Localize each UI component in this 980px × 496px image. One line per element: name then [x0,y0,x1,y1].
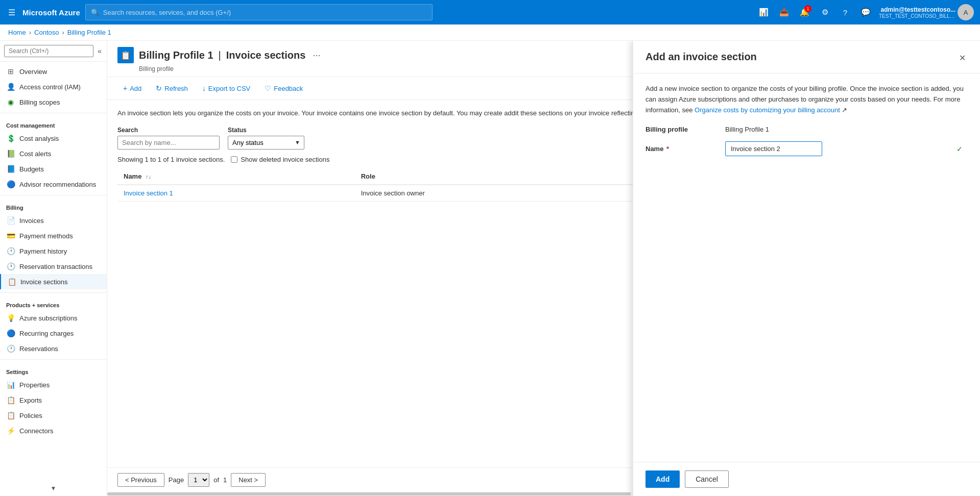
name-input[interactable] [725,141,822,156]
sidebar-item-budgets[interactable]: 📘 Budgets [0,161,107,177]
side-panel-close-button[interactable]: ✕ [957,51,968,65]
invoice-section-link[interactable]: Invoice section 1 [124,189,173,197]
billing-profile-label: Billing profile [646,126,717,133]
main-container: « ⊞ Overview 👤 Access control (IAM) ◉ Bi… [0,41,980,496]
sidebar-item-label-connectors: Connectors [19,427,53,435]
search-filter-input[interactable] [117,136,220,150]
panel-cancel-button[interactable]: Cancel [685,470,729,488]
sidebar-item-billing-scopes[interactable]: ◉ Billing scopes [0,94,107,110]
payment-methods-icon: 💳 [6,232,15,240]
previous-button[interactable]: < Previous [117,473,164,487]
user-subscription: TEST_TEST_CONTOSO_BILLING (T... [879,13,955,19]
side-panel-footer: Add Cancel [633,462,980,496]
sidebar-item-properties[interactable]: 📊 Properties [0,377,107,392]
payment-history-icon: 🕐 [6,247,15,255]
sidebar-item-azure-subscriptions[interactable]: 💡 Azure subscriptions [0,310,107,326]
check-icon: ✓ [957,145,963,153]
sidebar-item-overview[interactable]: ⊞ Overview [0,64,107,79]
sidebar-item-label-reservations: Reservations [19,345,58,353]
col-role: Role [355,168,648,185]
search-filter-group: Search [117,127,220,150]
help-icon[interactable]: ? [836,3,854,21]
sidebar-collapse-btn[interactable]: « [97,46,103,56]
status-select[interactable]: Any status Active Deleted [228,136,304,150]
refresh-icon: ↻ [156,84,162,92]
sidebar-item-recurring-charges[interactable]: 🔵 Recurring charges [0,326,107,341]
sidebar-item-access-control[interactable]: 👤 Access control (IAM) [0,79,107,94]
budgets-icon: 📘 [6,165,15,173]
panel-add-button[interactable]: Add [646,470,680,488]
sidebar-item-payment-methods[interactable]: 💳 Payment methods [0,228,107,243]
invoices-icon: 📄 [6,216,15,225]
sidebar-section-billing: Billing [0,199,107,213]
showing-count: Showing 1 to 1 of 1 invoice sections. [117,156,225,163]
side-panel-header: Add an invoice section ✕ [633,41,980,73]
status-filter-group: Status Any status Active Deleted ▼ [228,127,304,150]
show-deleted-checkbox[interactable] [231,156,237,163]
portal-settings-icon[interactable]: 📊 [754,3,773,21]
sidebar-item-label-billing-scopes: Billing scopes [19,98,60,106]
sidebar-item-label-reservation-transactions: Reservation transactions [19,263,92,270]
sidebar-section-settings: Settings [0,363,107,377]
breadcrumb-billing-profile[interactable]: Billing Profile 1 [67,29,111,36]
sidebar-divider-1 [0,113,107,113]
col-name[interactable]: Name ↑↓ [117,168,355,185]
sidebar-item-exports[interactable]: 📋 Exports [0,392,107,408]
settings-icon[interactable]: ⚙ [816,3,834,21]
sidebar-item-reservations[interactable]: 🕐 Reservations [0,341,107,356]
organize-costs-link[interactable]: Organize costs by cutomizing your billin… [695,106,840,114]
sidebar-item-cost-alerts[interactable]: 📗 Cost alerts [0,146,107,161]
page-select[interactable]: 1 [188,473,209,487]
page-icon: 📋 [117,47,134,63]
breadcrumb-contoso[interactable]: Contoso [34,29,59,36]
scrollbar-thumb[interactable] [107,492,631,495]
side-panel-description: Add a new invoice section to organize th… [646,84,968,115]
hamburger-icon[interactable]: ☰ [6,6,17,19]
sidebar-item-label-invoices: Invoices [19,217,44,225]
billing-scopes-icon: ◉ [6,98,15,106]
search-input[interactable] [103,9,427,16]
page-title-divider: | [219,49,221,61]
sidebar-item-label-recurring-charges: Recurring charges [19,330,74,337]
search-icon: 🔍 [91,9,99,16]
sidebar-item-invoice-sections[interactable]: 📋 Invoice sections [0,274,107,289]
next-button[interactable]: Next > [231,473,266,487]
breadcrumb: Home › Contoso › Billing Profile 1 [0,24,980,41]
sort-icon-name: ↑↓ [146,173,151,180]
feedback-icon[interactable]: 💬 [856,3,875,21]
total-pages: 1 [223,476,227,484]
name-row: Name * ✓ [646,141,968,156]
sidebar-nav: ⊞ Overview 👤 Access control (IAM) ◉ Bill… [0,62,107,481]
page-title: Billing Profile 1 [139,49,213,61]
cost-analysis-icon: 💲 [6,134,15,142]
export-icon: ↓ [202,84,206,92]
sidebar-item-label-payment-methods: Payment methods [19,232,73,240]
sidebar-item-label-payment-history: Payment history [19,247,67,255]
add-button[interactable]: + Add [117,81,147,95]
notifications-icon[interactable]: 🔔 1 [795,3,814,21]
sidebar-item-invoices[interactable]: 📄 Invoices [0,213,107,228]
show-deleted-label[interactable]: Show deleted invoice sections [231,156,329,163]
breadcrumb-home[interactable]: Home [8,29,26,36]
export-csv-button[interactable]: ↓ Export to CSV [197,81,256,95]
feedback-button[interactable]: ♡ Feedback [259,81,308,95]
page-more-button[interactable]: ··· [313,50,320,61]
sidebar-item-policies[interactable]: 📋 Policies [0,408,107,423]
sidebar-item-connectors[interactable]: ⚡ Connectors [0,423,107,438]
required-indicator: * [666,145,669,153]
sidebar-item-cost-analysis[interactable]: 💲 Cost analysis [0,131,107,146]
page-label: Page [169,476,184,484]
user-profile[interactable]: admin@testtestcontoso... TEST_TEST_CONTO… [879,6,955,19]
cloud-shell-icon[interactable]: 📥 [775,3,793,21]
sidebar: « ⊞ Overview 👤 Access control (IAM) ◉ Bi… [0,41,107,496]
avatar[interactable]: A [958,4,974,20]
status-select-wrapper: Any status Active Deleted ▼ [228,136,304,150]
table-cell-role: Invoice section owner [355,185,648,202]
sidebar-item-reservation-transactions[interactable]: 🕐 Reservation transactions [0,259,107,274]
sidebar-scroll-down[interactable]: ▼ [0,481,107,496]
sidebar-item-payment-history[interactable]: 🕐 Payment history [0,243,107,259]
sidebar-search-input[interactable] [4,45,93,57]
sidebar-item-advisor[interactable]: 🔵 Advisor recommendations [0,177,107,192]
refresh-button[interactable]: ↻ Refresh [150,81,194,95]
search-bar[interactable]: 🔍 [85,4,433,20]
